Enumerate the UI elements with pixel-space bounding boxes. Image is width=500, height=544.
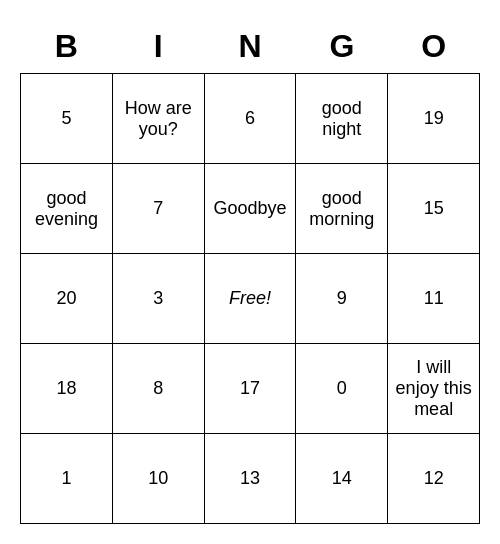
bingo-cell: 3 [112, 254, 204, 344]
bingo-cell: 20 [21, 254, 113, 344]
bingo-cell: 10 [112, 434, 204, 524]
header-b: B [21, 20, 113, 74]
bingo-cell: good evening [21, 164, 113, 254]
bingo-cell: Goodbye [204, 164, 296, 254]
bingo-cell: How are you? [112, 74, 204, 164]
bingo-cell: 7 [112, 164, 204, 254]
bingo-cell: 8 [112, 344, 204, 434]
bingo-cell: 1 [21, 434, 113, 524]
bingo-cell: 5 [21, 74, 113, 164]
bingo-body: 5How are you?6good night19good evening7G… [21, 74, 480, 524]
header-i: I [112, 20, 204, 74]
bingo-cell: I will enjoy this meal [388, 344, 480, 434]
bingo-cell: 9 [296, 254, 388, 344]
table-row: 5How are you?6good night19 [21, 74, 480, 164]
bingo-cell: 6 [204, 74, 296, 164]
bingo-cell: 11 [388, 254, 480, 344]
table-row: 110131412 [21, 434, 480, 524]
bingo-cell: 13 [204, 434, 296, 524]
bingo-cell: 0 [296, 344, 388, 434]
bingo-header: B I N G O [21, 20, 480, 74]
header-n: N [204, 20, 296, 74]
bingo-cell: good night [296, 74, 388, 164]
bingo-cell: 14 [296, 434, 388, 524]
table-row: good evening7Goodbyegood morning15 [21, 164, 480, 254]
header-o: O [388, 20, 480, 74]
bingo-cell: 18 [21, 344, 113, 434]
bingo-cell: 17 [204, 344, 296, 434]
bingo-cell: 12 [388, 434, 480, 524]
bingo-cell: 19 [388, 74, 480, 164]
header-g: G [296, 20, 388, 74]
table-row: 188170I will enjoy this meal [21, 344, 480, 434]
bingo-cell: Free! [204, 254, 296, 344]
table-row: 203Free!911 [21, 254, 480, 344]
bingo-card: B I N G O 5How are you?6good night19good… [20, 20, 480, 524]
bingo-cell: good morning [296, 164, 388, 254]
bingo-cell: 15 [388, 164, 480, 254]
